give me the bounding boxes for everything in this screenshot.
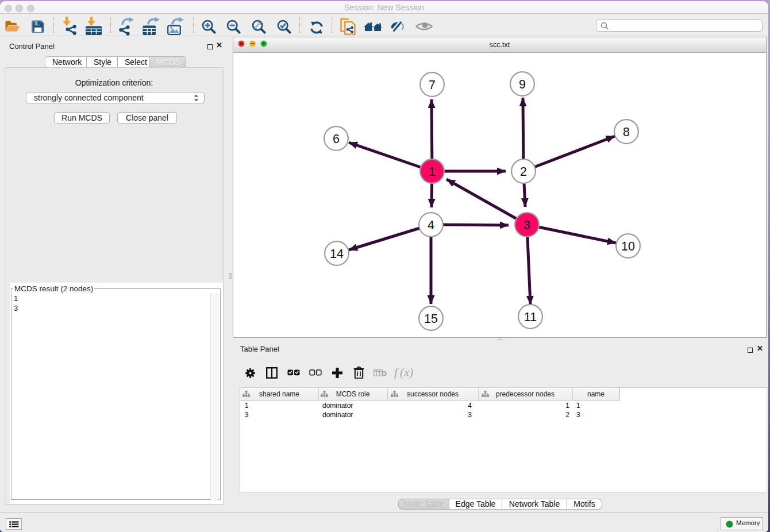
svg-text:6: 6 [333, 132, 340, 146]
svg-text:8: 8 [623, 125, 630, 139]
svg-text:4: 4 [428, 218, 434, 232]
svg-text:3: 3 [523, 218, 530, 232]
svg-text:9: 9 [519, 78, 526, 91]
svg-text:14: 14 [330, 247, 344, 261]
svg-text:1: 1 [429, 165, 436, 179]
svg-text:7: 7 [429, 78, 436, 92]
svg-text:10: 10 [621, 240, 635, 253]
svg-text:15: 15 [424, 312, 438, 326]
svg-text:2: 2 [520, 165, 527, 179]
svg-text:11: 11 [524, 310, 537, 324]
